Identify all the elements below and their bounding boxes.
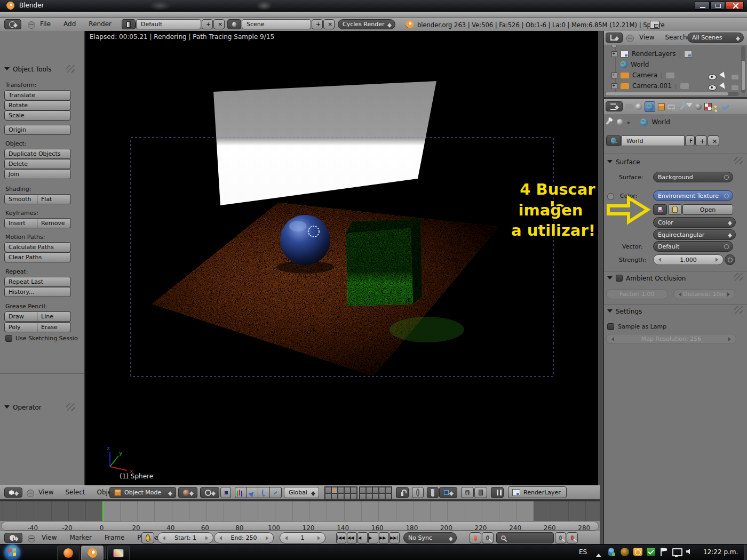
keying-set-field[interactable] [496, 532, 554, 543]
info-menu-item[interactable]: Render [89, 20, 112, 28]
outliner-row-renderlayers[interactable]: RenderLayers | [611, 50, 692, 58]
delete-keyframes-button[interactable] [567, 532, 578, 543]
tab-constraints-icon[interactable] [667, 105, 675, 109]
screen-browse-button[interactable] [122, 19, 136, 29]
renderable-camera-icon[interactable] [732, 85, 738, 90]
scale-button[interactable]: Scale [4, 110, 71, 121]
scene-add-button[interactable]: + [312, 19, 323, 29]
join-button[interactable]: Join [4, 169, 71, 179]
tray-flag-icon[interactable] [661, 548, 662, 556]
layers-grid-2[interactable] [359, 486, 392, 500]
tab-texture-icon[interactable] [704, 103, 712, 110]
tab-particles-icon[interactable] [714, 105, 717, 108]
screen-add-button[interactable]: + [202, 19, 213, 29]
repeat-last-button[interactable]: Repeat Last [4, 277, 71, 287]
maximize-button[interactable] [710, 1, 725, 10]
current-frame-line[interactable] [102, 501, 104, 521]
poly-button[interactable]: Poly [4, 322, 37, 332]
surface-type-dropdown[interactable]: Background [653, 172, 733, 182]
outliner-item-label[interactable]: Camera.001 [632, 82, 672, 90]
lock-to-scene-button[interactable] [396, 487, 409, 498]
pivot-align-toggle[interactable] [220, 487, 231, 498]
outliner-item-label[interactable]: World [631, 61, 649, 68]
panel-grip-icon[interactable] [734, 306, 743, 314]
playback-button[interactable]: ◀ [357, 532, 368, 543]
tray-sync-icon[interactable] [621, 548, 629, 556]
strength-socket-button[interactable] [725, 254, 735, 265]
outliner-row-camera[interactable]: Camera | [611, 71, 674, 79]
rotate-button[interactable]: Rotate [4, 100, 71, 110]
delete-button[interactable]: Delete [4, 159, 71, 169]
translate-button[interactable]: Translate [4, 90, 71, 100]
settings-panel-header[interactable]: Settings [607, 307, 642, 315]
snap-toggle-button[interactable] [427, 487, 439, 498]
viewport-shading-dropdown[interactable] [178, 487, 197, 498]
sync-dropdown[interactable]: No Sync [403, 532, 457, 543]
world-name-field[interactable]: World [622, 135, 685, 146]
fake-user-button[interactable]: F [685, 135, 695, 146]
tray-expand-icon[interactable] [596, 551, 601, 557]
playback-button[interactable]: ▶▶ [379, 532, 389, 543]
projection-dropdown[interactable]: Equirectangular [653, 229, 736, 240]
world-browse-button[interactable] [606, 135, 621, 146]
outliner-menu-item[interactable]: View [639, 34, 654, 41]
tab-world-active[interactable] [645, 101, 655, 112]
editor-type-button-outliner[interactable] [606, 33, 623, 43]
unlink-socket-icon[interactable] [607, 193, 614, 200]
auto-keyframe-button[interactable] [470, 532, 481, 543]
screen-delete-button[interactable]: × [213, 19, 225, 29]
new-world-button[interactable]: + [695, 135, 707, 146]
flat-button[interactable]: Flat [37, 194, 71, 204]
minimize-button[interactable] [695, 1, 710, 10]
pause-render-button[interactable] [491, 487, 504, 498]
selectable-cursor-icon[interactable] [719, 83, 728, 93]
opengl-anim-button[interactable] [474, 487, 487, 498]
tab-physics-icon[interactable] [722, 103, 729, 110]
mode-dropdown[interactable]: Object Mode [109, 487, 176, 498]
panel-grip-icon[interactable] [66, 65, 75, 73]
render-layer-dropdown[interactable]: RenderLayer [508, 486, 567, 498]
open-image-button[interactable]: Open [682, 204, 733, 215]
expand-icon[interactable] [611, 73, 617, 78]
selectable-cursor-icon[interactable] [719, 72, 728, 82]
tray-messenger-icon[interactable] [608, 548, 614, 556]
editor-type-button-timeline[interactable] [4, 533, 22, 543]
timeline-menu-item[interactable]: Frame [105, 534, 124, 541]
auto-keying-mode-button[interactable] [482, 532, 494, 543]
outliner-item-label[interactable]: Camera [632, 71, 657, 79]
collapse-menus-icon[interactable] [27, 490, 34, 497]
tray-antivirus-icon[interactable] [647, 548, 655, 556]
manipulator-toggle-button[interactable] [235, 487, 247, 498]
use-sketching-checkbox[interactable] [5, 335, 12, 342]
breadcrumb-label[interactable]: World [652, 118, 670, 126]
window-duplicate-icon[interactable] [650, 21, 659, 29]
ao-factor-slider[interactable]: Factor: 1.00 [606, 289, 668, 299]
current-frame-field[interactable]: 1 [280, 532, 325, 543]
playback-button[interactable]: ▶ [368, 532, 378, 543]
playback-button[interactable]: |◀◀ [336, 532, 346, 543]
eye-icon[interactable] [708, 85, 717, 91]
ao-panel-header[interactable]: Ambient Occlusion [607, 274, 686, 282]
origin-button[interactable]: Origin [4, 125, 71, 135]
timeline-ruler-scrollbar[interactable]: -40-200204060801001201401601802002202402… [1, 522, 599, 531]
map-resolution-slider[interactable]: Map Resolution: 256 [606, 334, 736, 344]
insert-keyframes-button[interactable] [555, 532, 566, 543]
operator-panel-header[interactable]: Operator [4, 403, 42, 411]
screen-name-field[interactable]: Default [136, 19, 201, 29]
outliner-menu-item[interactable]: Search [665, 34, 687, 41]
tab-scene-icon[interactable] [635, 103, 642, 110]
unlink-world-button[interactable]: × [708, 135, 719, 146]
calculate-paths-button[interactable]: Calculate Paths [4, 242, 71, 252]
frame-start-field[interactable]: Start: 1 [157, 532, 213, 543]
eye-icon[interactable] [708, 74, 717, 80]
tab-material-icon[interactable] [695, 103, 702, 110]
renderable-camera-icon[interactable] [732, 75, 738, 79]
timeline-editor[interactable]: -40-200204060801001201401601802002202402… [0, 500, 600, 531]
expand-icon[interactable] [611, 83, 617, 89]
vector-dropdown[interactable]: Default [653, 241, 733, 252]
collapse-menus-icon[interactable] [626, 35, 634, 42]
scene-delete-button[interactable]: × [323, 19, 335, 29]
editor-type-button-3d[interactable] [4, 487, 22, 498]
ao-checkbox[interactable] [616, 275, 623, 282]
layers-grid-1[interactable] [324, 486, 357, 500]
